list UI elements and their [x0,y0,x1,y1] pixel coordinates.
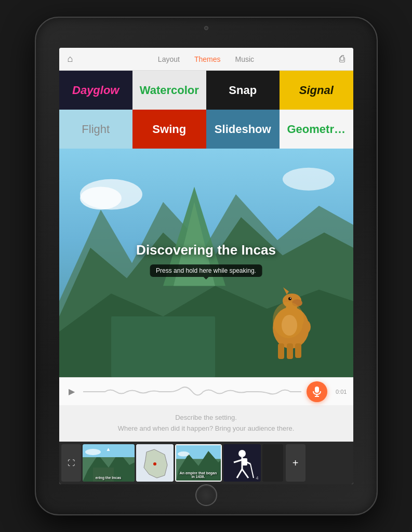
mic-button[interactable] [307,381,327,402]
share-icon[interactable]: ⎙ [339,54,345,64]
nav-bar: ⌂ Layout Themes Music ⎙ [59,48,353,71]
add-icon: + [293,457,299,469]
preview-background: Discovering the Incas Press and hold her… [59,149,353,377]
slide1-label: ering the Incas [85,476,132,480]
tab-themes[interactable]: Themes [194,55,221,63]
svg-rect-17 [278,343,284,359]
svg-rect-4 [111,316,215,377]
mic-icon [312,387,322,397]
theme-snap-label: Snap [229,84,257,97]
svg-point-6 [80,187,122,209]
svg-point-30 [85,449,101,455]
svg-point-14 [288,297,291,300]
prompt-line1: Describe the setting. [175,414,237,421]
svg-point-38 [238,450,246,457]
svg-point-32 [153,462,156,466]
prompt-line2: Where and when did it happen? Bring your… [118,424,295,432]
theme-swing-label: Swing [152,123,186,136]
slide3-label: An empire that began in 1438. [178,471,219,478]
theme-snap[interactable]: Snap [206,71,280,110]
svg-point-15 [290,298,291,299]
theme-dayglow-label: Dayglow [72,84,119,97]
theme-slideshow-label: Slideshow [215,123,271,136]
expand-icon: ⛶ [68,459,75,467]
svg-rect-18 [287,343,293,359]
filmstrip-expand[interactable]: ⛶ [61,444,81,482]
theme-swing[interactable]: Swing [132,110,206,149]
tab-layout[interactable]: Layout [158,55,180,63]
svg-point-7 [283,168,335,191]
filmstrip: ⛶ ▲ ering the Incas [59,442,353,484]
filmstrip-slide-2[interactable] [136,444,174,482]
preview-area: Discovering the Incas Press and hold her… [59,149,353,377]
tab-music[interactable]: Music [235,55,254,63]
filmstrip-slide-5[interactable]: 5 [262,444,283,482]
theme-flight-label: Flight [82,123,110,136]
filmstrip-slide-4[interactable]: 4 [223,444,261,482]
theme-watercolor-label: Watercolor [140,84,199,97]
slide4-number: 4 [256,475,258,481]
theme-flight[interactable]: Flight [59,110,133,149]
svg-point-36 [177,451,189,457]
chevron-up-icon: ▲ [106,446,111,452]
waveform [83,384,301,400]
camera [204,26,208,30]
svg-marker-16 [283,287,289,295]
themes-grid: Dayglow Watercolor Snap Signal Flight Sw… [59,71,353,149]
filmstrip-slide-3[interactable]: An empire that began in 1438. [175,444,222,482]
theme-geometry[interactable]: Geometr… [280,110,353,149]
ipad-device: ⌂ Layout Themes Music ⎙ Dayglow Watercol… [35,17,378,515]
svg-rect-19 [295,343,301,358]
svg-rect-46 [262,444,283,482]
svg-point-21 [282,315,297,336]
theme-slideshow[interactable]: Slideshow [206,110,280,149]
svg-rect-23 [315,387,319,393]
home-icon[interactable]: ⌂ [68,54,73,64]
play-button[interactable]: ▶ [65,385,78,398]
theme-signal-label: Signal [299,84,334,97]
audio-bar: ▶ 0:01 [59,377,353,405]
time-label: 0:01 [333,389,347,395]
ipad-screen: ⌂ Layout Themes Music ⎙ Dayglow Watercol… [59,48,353,484]
home-button[interactable] [195,484,217,506]
prompt-text: Describe the setting. Where and when did… [59,405,353,442]
theme-geometry-label: Geometr… [287,123,345,136]
nav-tabs: Layout Themes Music [158,55,254,63]
add-slide-button[interactable]: + [286,444,305,482]
theme-signal[interactable]: Signal [280,71,353,110]
llama-illustration [260,276,322,359]
recording-tooltip: Press and hold here while speaking. [150,264,262,277]
svg-point-22 [302,321,311,333]
svg-rect-44 [242,458,247,466]
theme-watercolor[interactable]: Watercolor [132,71,206,110]
preview-title: Discovering the Incas [136,242,276,258]
theme-dayglow[interactable]: Dayglow [59,71,133,110]
filmstrip-slide-1[interactable]: ▲ ering the Incas [83,444,135,482]
